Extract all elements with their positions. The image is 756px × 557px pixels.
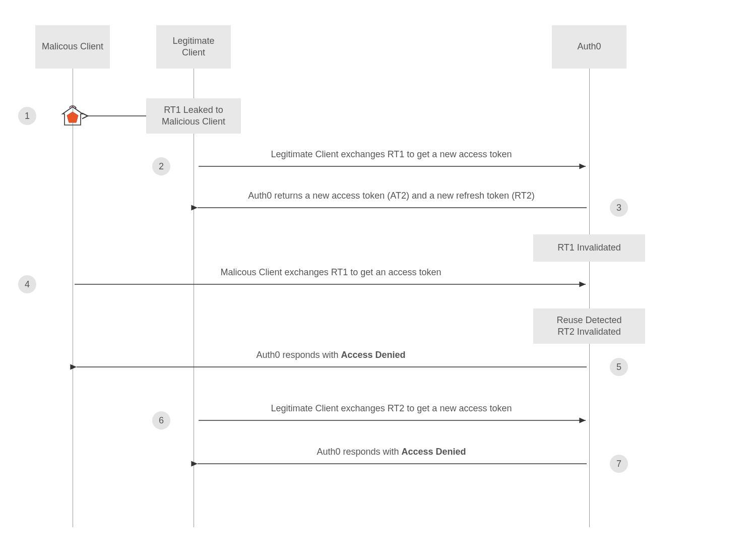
note-leak: RT1 Leaked to Malicious Client xyxy=(146,98,241,134)
step-badge-2: 2 xyxy=(152,157,170,175)
step-badge-3: 3 xyxy=(610,199,628,217)
step-badge-5: 5 xyxy=(610,358,628,376)
lifeline-auth0 xyxy=(589,69,590,527)
step-number: 5 xyxy=(616,362,621,373)
msg-text-pre: Auth0 responds with xyxy=(317,447,401,457)
msg-label-6: Legitimate Client exchanges RT2 to get a… xyxy=(194,403,589,414)
arrow-4 xyxy=(73,280,589,288)
msg-text-bold: Access Denied xyxy=(402,447,466,457)
participant-auth0: Auth0 xyxy=(552,25,626,69)
step-number: 4 xyxy=(25,279,30,290)
msg-label-2: Legitimate Client exchanges RT1 to get a… xyxy=(194,149,589,160)
participant-label: Legitimate Client xyxy=(161,35,226,59)
msg-text-pre: Auth0 responds with xyxy=(256,350,341,360)
lifeline-legitimate xyxy=(194,69,194,527)
step-badge-6: 6 xyxy=(152,411,170,429)
arrow-7 xyxy=(194,460,589,468)
step-number: 6 xyxy=(159,415,164,426)
participant-legitimate-client: Legitimate Client xyxy=(156,25,231,69)
msg-text-bold: Access Denied xyxy=(341,350,406,360)
note-reuse-detected: Reuse Detected RT2 Invalidated xyxy=(533,308,645,344)
lifeline-malicious xyxy=(73,69,73,527)
msg-text: Auth0 returns a new access token (AT2) a… xyxy=(248,191,535,201)
note-text-line1: Reuse Detected xyxy=(556,315,621,326)
participant-label: Auth0 xyxy=(577,41,601,52)
malicious-token-icon xyxy=(59,105,86,128)
arrow-5 xyxy=(73,363,589,371)
msg-text: Legitimate Client exchanges RT1 to get a… xyxy=(271,149,512,159)
step-number: 2 xyxy=(159,161,164,172)
note-text: RT1 Leaked to Malicious Client xyxy=(152,104,235,128)
step-badge-1: 1 xyxy=(18,107,36,125)
msg-label-4: Malicous Client exchanges RT1 to get an … xyxy=(73,267,589,278)
step-badge-7: 7 xyxy=(610,455,628,473)
note-rt1-invalidated: RT1 Invalidated xyxy=(533,234,645,262)
sequence-diagram: Malicous Client Legitimate Client Auth0 … xyxy=(0,0,756,557)
arrow-6 xyxy=(194,416,589,424)
arrow-2 xyxy=(194,162,589,170)
step-badge-4: 4 xyxy=(18,275,36,293)
msg-label-5: Auth0 responds with Access Denied xyxy=(73,350,589,360)
step-number: 3 xyxy=(616,203,621,213)
step-number: 1 xyxy=(25,111,30,121)
step-number: 7 xyxy=(616,459,621,469)
arrow-3 xyxy=(194,204,589,212)
msg-label-7: Auth0 responds with Access Denied xyxy=(194,447,589,457)
note-text: RT1 Invalidated xyxy=(557,242,621,254)
msg-label-3: Auth0 returns a new access token (AT2) a… xyxy=(194,191,589,201)
participant-malicious-client: Malicous Client xyxy=(35,25,110,69)
msg-text: Legitimate Client exchanges RT2 to get a… xyxy=(271,403,512,413)
note-text-line2: RT2 Invalidated xyxy=(557,326,621,338)
msg-text: Malicous Client exchanges RT1 to get an … xyxy=(221,267,442,277)
participant-label: Malicous Client xyxy=(42,41,103,52)
